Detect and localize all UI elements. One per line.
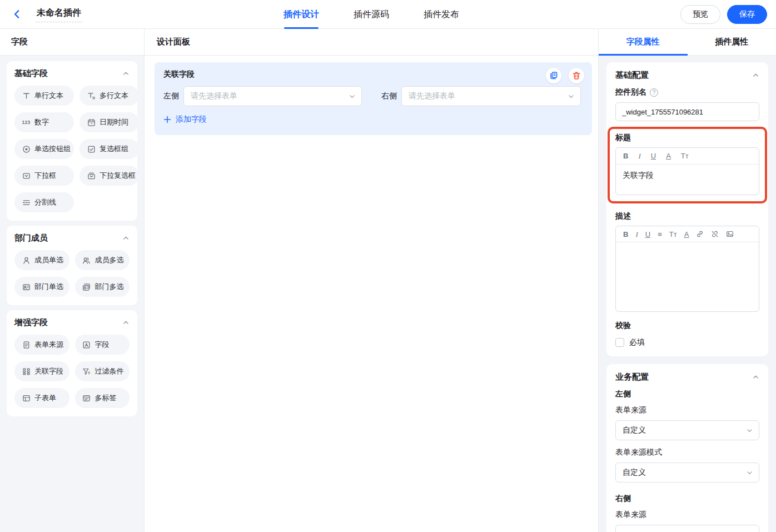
left-form-select[interactable]: 请先选择表单: [183, 86, 362, 106]
business-config-toggle[interactable]: 业务配置: [615, 372, 759, 382]
alias-label: 控件别名: [615, 87, 646, 97]
field-item-datetime[interactable]: 日期时间: [79, 112, 139, 132]
field-item-checkbox-group[interactable]: 复选框组: [79, 139, 139, 159]
help-icon[interactable]: ?: [650, 88, 658, 97]
group-title: 部门成员: [14, 233, 48, 243]
add-field-button[interactable]: 添加字段: [163, 115, 207, 125]
subform-icon: [22, 394, 31, 402]
group-enhanced-fields: 增强字段 表单来源 字段 关联字段: [7, 310, 137, 416]
group-department-members-toggle[interactable]: 部门成员: [14, 233, 130, 243]
plugin-title[interactable]: 未命名插件: [36, 6, 82, 22]
group-title: 基础字段: [14, 68, 48, 79]
member-single-icon: [22, 256, 31, 265]
trash-icon: [572, 71, 581, 80]
field-item-member-multi[interactable]: 成员多选: [75, 250, 130, 270]
group-enhanced-fields-toggle[interactable]: 增强字段: [14, 317, 130, 328]
validation-label: 校验: [615, 321, 631, 331]
tab-plugin-design[interactable]: 插件设计: [283, 0, 319, 29]
member-multi-icon: [82, 256, 91, 265]
radio-group-icon: [22, 145, 31, 153]
chevron-left-icon: [12, 9, 22, 19]
right-form-source-select[interactable]: [615, 525, 759, 532]
underline-icon[interactable]: U: [645, 230, 650, 239]
font-size-icon[interactable]: Tт: [681, 152, 689, 161]
field-item-field[interactable]: 字段: [75, 335, 130, 355]
field-item-form-source[interactable]: 表单来源: [14, 335, 69, 355]
multi-line-text-icon: [87, 92, 96, 100]
title-editor-content[interactable]: 关联字段: [616, 165, 759, 195]
copy-icon: [549, 71, 558, 80]
datetime-icon: [87, 118, 96, 127]
italic-icon[interactable]: I: [635, 230, 638, 239]
dept-multi-icon: [82, 283, 91, 291]
field-item-dropdown[interactable]: 下拉框: [14, 166, 74, 186]
left-side-label: 左侧: [163, 91, 179, 101]
bold-icon[interactable]: B: [623, 152, 628, 161]
field-item-subform[interactable]: 子表单: [14, 388, 69, 408]
tab-plugin-source[interactable]: 插件源码: [354, 0, 389, 29]
related-field-icon: [22, 367, 31, 376]
form-source-mode-label: 表单来源模式: [615, 448, 759, 458]
underline-icon[interactable]: U: [651, 152, 656, 161]
image-icon[interactable]: [726, 230, 734, 238]
description-label: 描述: [615, 211, 631, 221]
business-config-card: 业务配置 左侧 表单来源 自定义 表单来源模式 自定义 右侧 表单来源: [606, 364, 768, 532]
field-item-filter-condition[interactable]: 过滤条件: [75, 361, 130, 381]
multi-tag-icon: [82, 394, 91, 402]
group-basic-fields-toggle[interactable]: 基础字段: [14, 68, 130, 79]
font-color-icon[interactable]: A: [684, 230, 689, 239]
font-color-icon[interactable]: A: [666, 152, 671, 161]
align-icon[interactable]: ≡: [658, 230, 662, 239]
left-form-source-select[interactable]: 自定义: [615, 420, 759, 440]
field-item-dept-single[interactable]: 部门单选: [14, 277, 69, 297]
basic-config-toggle[interactable]: 基础配置: [615, 70, 759, 81]
field-item-dept-multi[interactable]: 部门多选: [75, 277, 130, 297]
copy-widget-button[interactable]: [546, 68, 561, 83]
form-source-label: 表单来源: [615, 510, 759, 520]
form-source-label: 表单来源: [615, 405, 759, 415]
fields-panel: 字段 基础字段 单行文本 多行文本: [0, 29, 145, 532]
description-editor-content[interactable]: [616, 242, 759, 311]
fields-panel-header: 字段: [0, 29, 144, 56]
back-button[interactable]: [7, 4, 27, 24]
number-icon: 123: [22, 120, 31, 125]
alias-input[interactable]: [615, 102, 759, 121]
group-title: 增强字段: [14, 317, 48, 328]
italic-icon[interactable]: I: [638, 152, 640, 161]
field-item-multi-tag[interactable]: 多标签: [75, 388, 130, 408]
unlink-icon[interactable]: [711, 230, 719, 238]
field-item-number[interactable]: 123 数字: [14, 112, 74, 132]
tab-plugin-properties[interactable]: 插件属性: [688, 29, 776, 55]
form-source-icon: [22, 341, 31, 349]
field-item-single-line-text[interactable]: 单行文本: [14, 86, 74, 106]
basic-config-card: 基础配置 控件别名 ? 标题 B I: [606, 62, 768, 356]
description-editor: B I U ≡ Tт A: [615, 226, 759, 312]
link-icon[interactable]: [696, 230, 704, 238]
tab-plugin-publish[interactable]: 插件发布: [424, 0, 459, 29]
field-item-radio-group[interactable]: 单选按钮组: [14, 139, 74, 159]
left-form-source-mode-select[interactable]: 自定义: [615, 463, 759, 483]
field-item-member-single[interactable]: 成员单选: [14, 250, 69, 270]
right-form-select[interactable]: 请先选择表单: [401, 86, 581, 106]
plus-icon: [163, 116, 171, 123]
chevron-down-icon: [349, 93, 356, 100]
design-canvas-header: 设计面板: [145, 29, 598, 56]
field-item-multi-line-text[interactable]: 多行文本: [79, 86, 139, 106]
field-item-divider[interactable]: 分割线: [14, 192, 74, 212]
left-section-label: 左侧: [615, 389, 759, 399]
required-checkbox-row[interactable]: 必填: [615, 337, 759, 347]
delete-widget-button[interactable]: [569, 68, 584, 83]
preview-button[interactable]: 预览: [680, 5, 720, 24]
group-basic-fields: 基础字段 单行文本 多行文本 123 数字: [7, 61, 137, 221]
field-item-dropdown-multi[interactable]: 下拉复选框: [79, 166, 139, 186]
font-size-icon[interactable]: Tт: [669, 230, 677, 239]
required-checkbox[interactable]: [615, 338, 624, 347]
save-button[interactable]: 保存: [727, 5, 767, 24]
field-item-related-field[interactable]: 关联字段: [14, 361, 69, 381]
title-editor: B I U A Tт 关联字段: [615, 147, 759, 195]
chevron-down-icon: [746, 469, 753, 476]
bold-icon[interactable]: B: [623, 230, 628, 239]
widget-card-related-field[interactable]: 关联字段 左侧 请先选择表单 右侧: [155, 62, 592, 135]
widget-title: 关联字段: [163, 69, 583, 79]
tab-field-properties[interactable]: 字段属性: [599, 29, 688, 55]
